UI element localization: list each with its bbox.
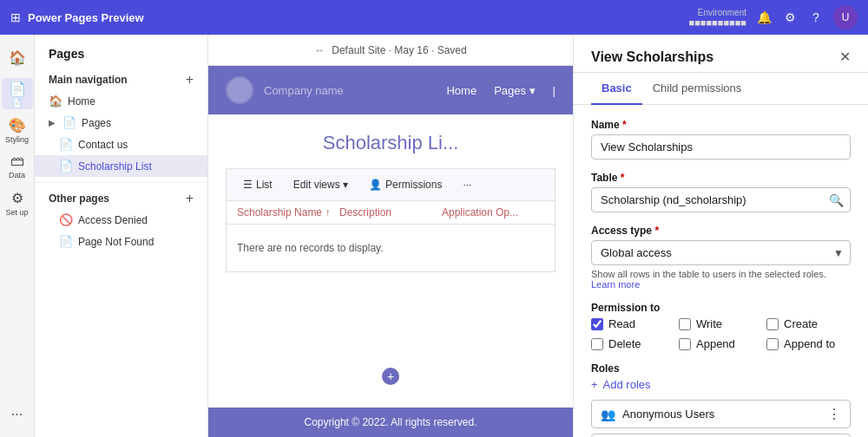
nav-item-access-denied[interactable]: 🚫 Access Denied — [35, 209, 207, 231]
table-field: Table * 🔍 — [591, 172, 851, 212]
contact-nav-icon: 📄 — [59, 138, 73, 151]
notifications-icon[interactable]: 🔔 — [755, 9, 773, 26]
perm-create-checkbox[interactable] — [766, 318, 779, 330]
perm-append-checkbox[interactable] — [679, 338, 691, 350]
nav-item-page-not-found[interactable]: 📄 Page Not Found — [35, 231, 207, 252]
perm-read-checkbox[interactable] — [591, 318, 603, 330]
site-nav-extra[interactable]: | — [553, 84, 556, 97]
perm-append-to-checkbox[interactable] — [766, 338, 779, 350]
pages-nav-icon: 📄 — [62, 116, 76, 129]
perm-create[interactable]: Create — [766, 317, 851, 330]
setup-sidebar-icon: ⚙ — [11, 190, 23, 206]
site-company-name: Company name — [264, 84, 344, 97]
tab-child-permissions[interactable]: Child permissions — [642, 73, 753, 105]
pages-sidebar-icon: 📄 — [9, 81, 26, 97]
main-nav-header: Main navigation + — [35, 69, 207, 90]
perm-delete[interactable]: Delete — [591, 337, 675, 350]
access-help-text: Show all rows in the table to users in t… — [591, 269, 851, 290]
roles-section: Roles + Add roles 👥 Anonymous Users ⋮ 👥 … — [591, 362, 851, 437]
nav-item-scholarship[interactable]: 📄 Scholarship List ··· — [35, 155, 207, 177]
tab-basic[interactable]: Basic — [591, 73, 642, 105]
canvas-content: Company name Home Pages ▾ | Scholarship … — [208, 66, 573, 437]
main-nav-label: Main navigation — [49, 74, 128, 86]
perm-delete-label: Delete — [608, 337, 641, 350]
list-toolbar: ☰ List Edit views ▾ 👤 Permissions ··· — [226, 168, 556, 200]
add-roles-label: Add roles — [603, 378, 651, 391]
list-more-btn[interactable]: ··· — [453, 174, 481, 195]
access-type-field: Access type * Global access Self ▼ Show … — [591, 225, 851, 290]
access-type-select-wrap: Global access Self ▼ — [591, 240, 851, 265]
perm-write-checkbox[interactable] — [679, 318, 691, 330]
sidebar-data-label: Data — [9, 171, 25, 179]
table-search-input[interactable] — [591, 187, 851, 212]
sidebar-pages-btn[interactable]: 📄 📄 — [2, 78, 33, 109]
edit-views-btn[interactable]: Edit views ▾ — [284, 174, 358, 195]
scroll-indicator[interactable]: + — [382, 368, 399, 385]
nav-contact-label: Contact us — [78, 139, 128, 151]
roles-label: Roles — [591, 362, 851, 375]
close-panel-btn[interactable]: ✕ — [839, 49, 851, 65]
list-icon: ☰ — [243, 179, 253, 191]
nav-item-pages[interactable]: ▶ 📄 Pages — [35, 112, 207, 134]
sidebar-setup-btn[interactable]: ⚙ Set up — [2, 187, 33, 218]
add-roles-btn[interactable]: + Add roles — [591, 378, 651, 391]
name-field-label: Name * — [591, 119, 851, 131]
perm-read[interactable]: Read — [591, 317, 675, 330]
help-icon[interactable]: ? — [807, 9, 825, 26]
perm-append[interactable]: Append — [679, 337, 763, 350]
env-name: ■■■■■■■■■■ — [689, 17, 746, 28]
right-panel-title: View Scholarships — [591, 49, 713, 65]
perm-write[interactable]: Write — [679, 317, 763, 330]
permissions-label: Permission to — [591, 302, 851, 314]
canvas-topbar: ↔ Default Site · May 16 · Saved — [208, 35, 573, 66]
site-nav-pages[interactable]: Pages ▾ — [494, 84, 535, 97]
nav-item-contact[interactable]: 📄 Contact us — [35, 134, 207, 155]
nav-scholarship-label: Scholarship List — [78, 160, 152, 173]
perm-delete-checkbox[interactable] — [591, 338, 603, 350]
table-field-label: Table * — [591, 172, 851, 184]
canvas-area: ↔ Default Site · May 16 · Saved Company … — [208, 35, 573, 437]
topbar-right: Environment ■■■■■■■■■■ 🔔 ⚙ ? U — [689, 5, 858, 29]
search-icon: 🔍 — [829, 193, 844, 207]
sidebar-data-btn[interactable]: 🗃 Data — [2, 151, 33, 182]
more-sidebar-icon: ··· — [11, 407, 23, 422]
learn-more-link[interactable]: Learn more — [591, 279, 640, 290]
list-btn[interactable]: ☰ List — [233, 174, 282, 195]
permissions-section: Permission to Read Write Create — [591, 302, 851, 350]
site-header: Company name Home Pages ▾ | — [208, 66, 573, 114]
panel-tabs: Basic Child permissions — [574, 73, 868, 105]
perm-read-label: Read — [608, 317, 635, 330]
topbar: ⊞ Power Pages Preview Environment ■■■■■■… — [0, 0, 868, 35]
nav-pages-label: Pages — [82, 117, 111, 129]
nav-separator — [35, 182, 207, 183]
avatar[interactable]: U — [833, 5, 858, 29]
nav-item-home[interactable]: 🏠 Home — [35, 90, 207, 112]
access-type-select[interactable]: Global access Self — [591, 240, 851, 265]
settings-icon[interactable]: ⚙ — [781, 9, 799, 26]
right-panel-header: View Scholarships ✕ — [574, 35, 868, 73]
permissions-label: Permissions — [385, 179, 442, 191]
col-scholarship-name: Scholarship Name ↑ — [237, 206, 339, 218]
col-application: Application Op... — [442, 206, 544, 218]
panel-body: Name * Table * 🔍 Access type * — [574, 105, 868, 437]
other-pages-label: Other pages — [49, 192, 109, 205]
role-anonymous-more-btn[interactable]: ⋮ — [827, 406, 841, 422]
perm-write-label: Write — [696, 317, 722, 330]
access-type-required: * — [654, 225, 659, 237]
icon-sidebar: 🏠 📄 📄 🎨 Styling 🗃 Data ⚙ Set up ··· — [0, 35, 35, 437]
sidebar-styling-btn[interactable]: 🎨 Styling — [2, 114, 33, 146]
add-other-pages-btn[interactable]: + — [186, 192, 194, 205]
role-chip-authenticated: 👥 Authenticated Users ⋮ — [591, 434, 851, 437]
col-description: Description — [339, 206, 442, 218]
name-required: * — [622, 119, 627, 131]
perm-append-to[interactable]: Append to — [766, 337, 851, 350]
perm-append-to-label: Append to — [784, 337, 835, 350]
sidebar-more-btn[interactable]: ··· — [2, 399, 33, 430]
site-nav-home[interactable]: Home — [446, 84, 477, 97]
canvas-move-icon: ↔ — [314, 44, 325, 56]
add-main-nav-btn[interactable]: + — [186, 73, 194, 87]
permissions-btn[interactable]: 👤 Permissions — [359, 174, 451, 195]
name-input[interactable] — [591, 134, 851, 160]
sidebar-home-btn[interactable]: 🏠 — [2, 42, 33, 73]
sidebar-styling-label: Styling — [5, 135, 29, 144]
